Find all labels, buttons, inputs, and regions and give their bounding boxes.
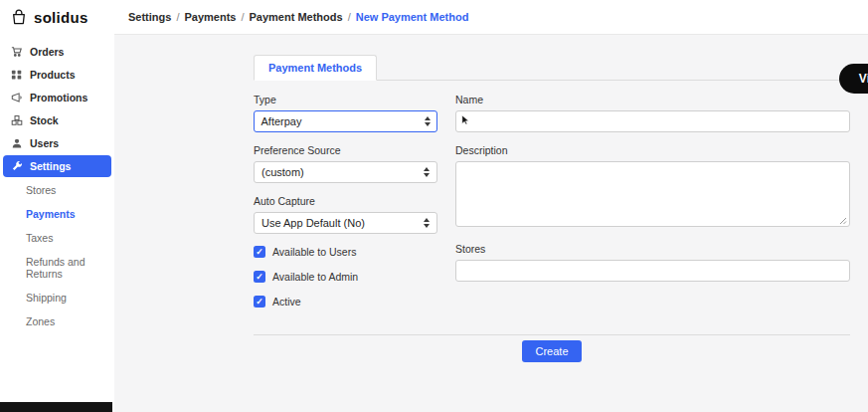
breadcrumb-payments[interactable]: Payments [184, 11, 236, 23]
sidebar: Orders Products Promotions Stock Users S… [0, 34, 114, 412]
available-to-users-checkbox[interactable]: ✓ Available to Users [254, 246, 437, 258]
sidebar-item-label: Stock [30, 114, 59, 126]
name-input[interactable] [455, 110, 850, 132]
sidebar-item-products[interactable]: Products [3, 64, 111, 86]
preference-source-value: (custom) [261, 166, 304, 178]
breadcrumb-current-page: New Payment Method [356, 11, 469, 23]
select-arrows-icon [424, 167, 430, 177]
breadcrumb: Settings / Payments / Payment Methods / … [128, 11, 468, 23]
sidebar-subitem-payments[interactable]: Payments [0, 202, 114, 226]
auto-capture-value: Use App Default (No) [261, 217, 365, 229]
description-label: Description [455, 144, 850, 156]
sidebar-item-users[interactable]: Users [3, 132, 111, 154]
sidebar-item-orders[interactable]: Orders [3, 41, 111, 63]
sidebar-item-label: Settings [30, 160, 71, 172]
breadcrumb-separator: / [176, 11, 179, 23]
checkbox-checkmark-icon: ✓ [254, 271, 265, 283]
name-label: Name [455, 94, 850, 105]
form-right-column: Name Description [455, 94, 850, 320]
breadcrumb-separator: / [348, 11, 351, 23]
stores-input[interactable] [455, 260, 850, 282]
sidebar-item-label: Promotions [30, 92, 87, 103]
checkbox-checkmark-icon: ✓ [254, 246, 265, 258]
active-checkbox[interactable]: ✓ Active [254, 296, 437, 308]
form-left-column: Type Afterpay Preference Source (custom)… [254, 94, 437, 320]
auto-capture-select[interactable]: Use App Default (No) [254, 212, 437, 234]
grid-icon [11, 69, 23, 81]
breadcrumb-settings[interactable]: Settings [128, 11, 171, 23]
sidebar-subitem-refunds[interactable]: Refunds and Returns [0, 250, 114, 286]
solidus-logo[interactable]: solidus [0, 8, 114, 26]
sidebar-item-promotions[interactable]: Promotions [3, 87, 111, 108]
sidebar-subitem-zones[interactable]: Zones [0, 309, 114, 333]
user-icon [11, 137, 23, 149]
select-arrows-icon [425, 116, 431, 126]
solidus-logo-icon [10, 8, 28, 26]
checkbox-checkmark-icon: ✓ [254, 296, 265, 308]
sidebar-subitem-shipping[interactable]: Shipping [0, 286, 114, 309]
available-to-users-label: Available to Users [272, 246, 356, 258]
create-button[interactable]: Create [522, 340, 581, 362]
description-textarea[interactable] [455, 161, 850, 227]
breadcrumb-payment-methods[interactable]: Payment Methods [250, 11, 343, 23]
form-footer: Create [254, 334, 850, 362]
new-payment-method-form: Type Afterpay Preference Source (custom)… [254, 94, 850, 320]
sidebar-item-label: Orders [30, 46, 64, 58]
sidebar-item-stock[interactable]: Stock [3, 109, 111, 131]
type-select[interactable]: Afterpay [254, 110, 437, 132]
available-to-admin-checkbox[interactable]: ✓ Available to Admin [254, 271, 437, 283]
auto-capture-label: Auto Capture [254, 195, 437, 207]
wrench-icon [11, 160, 23, 172]
view-button[interactable]: View [839, 64, 868, 94]
payment-method-form-panel: Payment Methods Type Afterpay Preference… [254, 55, 850, 362]
main-content: Payment Methods Type Afterpay Preference… [114, 34, 868, 412]
boxes-icon [11, 114, 23, 126]
sidebar-item-settings[interactable]: Settings [3, 155, 111, 177]
cart-icon [11, 46, 23, 58]
preference-source-label: Preference Source [254, 144, 437, 156]
stores-label: Stores [455, 243, 850, 255]
sidebar-subitem-taxes[interactable]: Taxes [0, 226, 114, 250]
top-header: solidus Settings / Payments / Payment Me… [0, 0, 868, 34]
tab-bar: Payment Methods [254, 55, 850, 81]
sidebar-item-label: Users [30, 137, 59, 149]
preference-source-select[interactable]: (custom) [254, 161, 437, 183]
active-label: Active [272, 296, 301, 308]
type-label: Type [254, 94, 437, 105]
available-to-admin-label: Available to Admin [272, 271, 358, 283]
sidebar-bottom-bar [0, 402, 112, 412]
logo-text: solidus [34, 9, 88, 26]
sidebar-subitem-stores[interactable]: Stores [0, 178, 114, 202]
type-select-value: Afterpay [261, 115, 302, 127]
tab-payment-methods[interactable]: Payment Methods [254, 55, 377, 81]
breadcrumb-separator: / [241, 11, 244, 23]
megaphone-icon [11, 92, 23, 103]
select-arrows-icon [424, 218, 430, 228]
sidebar-item-label: Products [30, 69, 76, 81]
